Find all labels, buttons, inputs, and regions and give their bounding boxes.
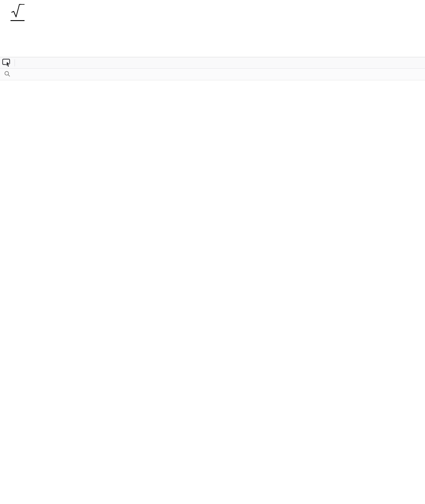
devtools-tabbar [0,57,425,69]
search-html-input[interactable] [13,71,161,78]
node-picker-icon [2,58,12,67]
devtools-tabs [15,57,425,68]
fraction-bar [11,20,25,21]
search-icon [4,71,11,78]
toolbar-separator [15,59,15,66]
search-bar [0,69,425,80]
formula-numerator [11,4,25,19]
formula-radicand [21,4,25,19]
formula-sqrt [11,4,25,19]
rendered-formula [4,1,25,23]
markup-view [0,79,425,504]
devtools-panel [0,57,425,504]
radical-icon [11,4,21,19]
node-picker-button[interactable] [0,57,14,68]
formula-fraction [11,4,25,23]
firefox-devtools-screen [0,0,425,504]
